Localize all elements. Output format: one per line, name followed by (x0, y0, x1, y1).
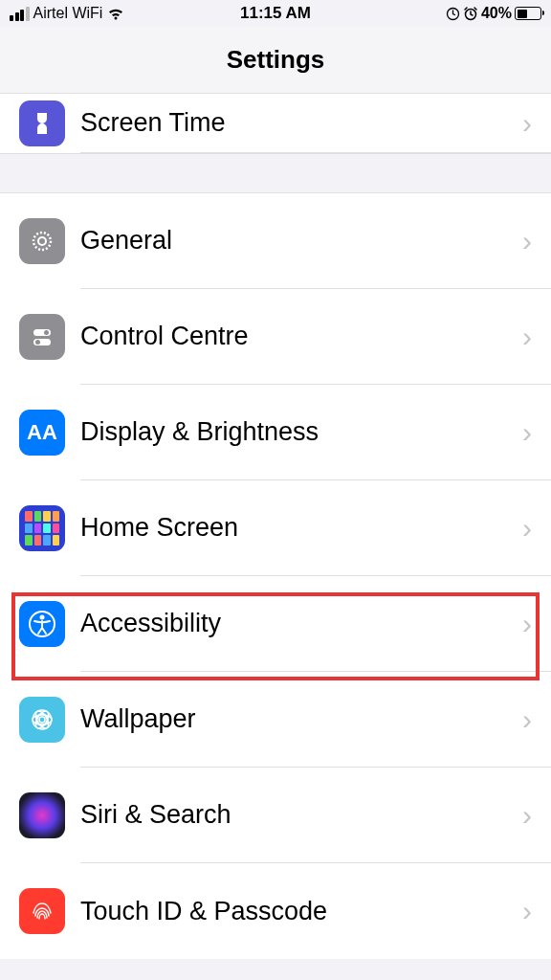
home-grid-icon (19, 505, 65, 551)
orientation-lock-icon (446, 7, 460, 21)
settings-list-section-2: General › Control Centre › AA Display & … (0, 192, 551, 959)
chevron-right-icon: › (522, 416, 532, 449)
status-left: Airtel WiFi (10, 5, 125, 22)
row-accessibility[interactable]: Accessibility › (0, 576, 551, 672)
svg-point-5 (44, 330, 49, 335)
row-display-brightness[interactable]: AA Display & Brightness › (0, 385, 551, 480)
row-wallpaper[interactable]: Wallpaper › (0, 672, 551, 768)
chevron-right-icon: › (522, 608, 532, 640)
svg-point-7 (35, 340, 40, 345)
toggle-switches-icon (19, 314, 65, 360)
alarm-icon (463, 6, 478, 21)
status-time: 11:15 AM (240, 4, 311, 23)
row-label: Control Centre (80, 322, 522, 351)
chevron-right-icon: › (522, 703, 532, 736)
battery-icon (515, 7, 541, 20)
signal-bars-icon (10, 7, 30, 21)
chevron-right-icon: › (522, 321, 532, 353)
section-gap (0, 154, 551, 192)
row-label: Display & Brightness (80, 417, 522, 447)
status-bar: Airtel WiFi 11:15 AM 40% (0, 0, 551, 27)
chevron-right-icon: › (522, 799, 532, 832)
row-label: General (80, 226, 522, 256)
chevron-right-icon: › (522, 107, 532, 140)
wallpaper-icon (19, 697, 65, 743)
svg-point-2 (33, 233, 51, 250)
gear-icon (19, 218, 65, 264)
svg-point-10 (39, 717, 45, 723)
battery-percent: 40% (481, 5, 512, 22)
carrier-label: Airtel WiFi (33, 5, 103, 22)
row-label: Wallpaper (80, 704, 522, 734)
svg-point-9 (40, 615, 45, 620)
settings-header: Settings (0, 27, 551, 94)
accessibility-icon (19, 601, 65, 647)
chevron-right-icon: › (522, 895, 532, 927)
row-screen-time[interactable]: Screen Time › (0, 94, 551, 153)
row-label: Siri & Search (80, 800, 522, 830)
row-label: Screen Time (80, 108, 522, 138)
text-size-icon: AA (19, 410, 65, 456)
row-label: Home Screen (80, 513, 522, 543)
chevron-right-icon: › (522, 512, 532, 545)
svg-point-3 (38, 237, 46, 245)
screen-time-icon (19, 100, 65, 146)
row-siri-search[interactable]: Siri & Search › (0, 768, 551, 863)
settings-list-section-1: Screen Time › (0, 94, 551, 154)
row-touch-id[interactable]: Touch ID & Passcode › (0, 863, 551, 959)
status-right: 40% (446, 5, 541, 22)
chevron-right-icon: › (522, 225, 532, 257)
row-label: Accessibility (80, 609, 522, 638)
row-control-centre[interactable]: Control Centre › (0, 289, 551, 385)
page-title: Settings (227, 45, 325, 75)
row-label: Touch ID & Passcode (80, 897, 522, 926)
row-general[interactable]: General › (0, 193, 551, 289)
siri-icon (19, 792, 65, 838)
wifi-icon (106, 7, 125, 21)
row-home-screen[interactable]: Home Screen › (0, 480, 551, 576)
fingerprint-icon (19, 888, 65, 934)
